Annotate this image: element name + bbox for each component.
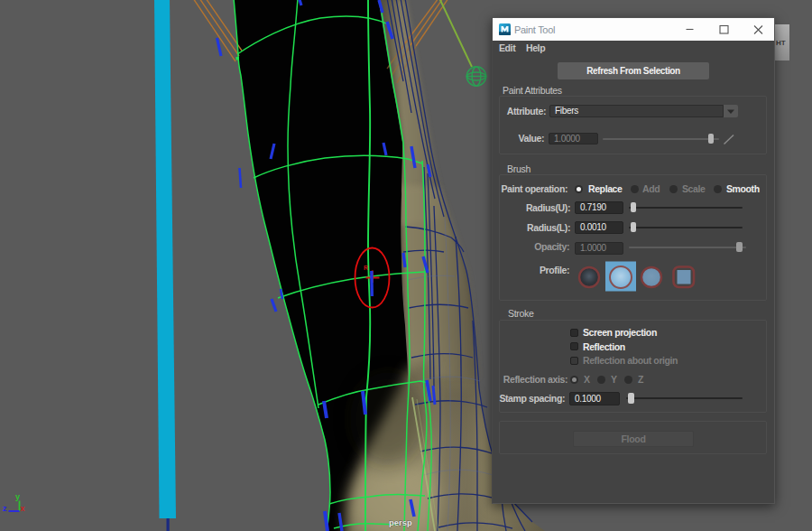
svg-text:x: x [21,504,25,513]
svg-text:persp: persp [389,517,412,527]
svg-text:R: R [364,265,368,271]
svg-text:z: z [3,504,7,513]
svg-text:y: y [15,492,20,501]
